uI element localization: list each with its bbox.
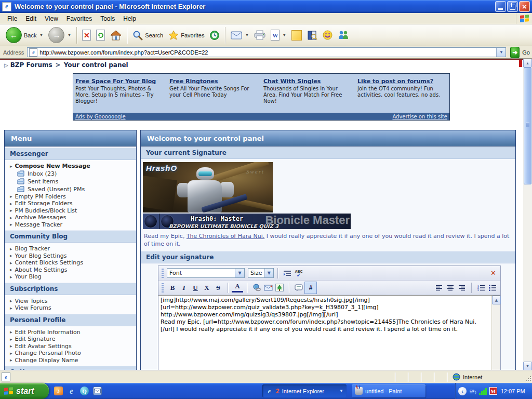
research-button[interactable] — [304, 29, 320, 42]
menu-view[interactable]: View — [41, 14, 62, 23]
toolbar-drag-handle[interactable] — [162, 283, 164, 292]
edit-with-word-button[interactable]: W ▼ — [268, 28, 289, 42]
quiz-banner-image[interactable]: Bionicle Master Hrash0: Master BZPOWER U… — [143, 214, 351, 229]
address-input[interactable]: e http://www.bzpower.com/forum/index.php… — [27, 47, 506, 57]
ad-title-link[interactable]: Free Space For Your Blog — [75, 78, 156, 85]
font-select[interactable]: Font ▼ — [167, 268, 245, 278]
go-button[interactable]: ➜ — [510, 47, 520, 58]
sidebar-item-message-tracker[interactable]: ▸Message Tracker — [5, 221, 136, 229]
sidebar-item-edit-profile-information[interactable]: ▸Edit Profile Information — [5, 329, 136, 336]
msn-messenger-button[interactable] — [335, 29, 352, 42]
sidebar-item-view-topics[interactable]: ▸View Topics — [5, 298, 136, 305]
quicktime-icon[interactable]: Q — [80, 387, 89, 395]
mail-dropdown-icon[interactable]: ▼ — [245, 33, 249, 37]
font-color-button[interactable]: A — [232, 282, 243, 292]
tray-collapse-icon[interactable]: ‹ — [458, 387, 467, 395]
sidebar-item-content-blocks-settings[interactable]: ▸Content Blocks Settings — [5, 259, 136, 267]
underline-button[interactable]: U — [190, 282, 201, 294]
scroll-up-icon[interactable]: ▲ — [492, 296, 501, 304]
align-left-button[interactable] — [433, 282, 445, 294]
antivirus-icon[interactable]: M — [489, 387, 497, 395]
favorites-button[interactable]: Favorites — [166, 29, 207, 42]
history-button[interactable] — [207, 29, 222, 42]
minimize-button[interactable] — [495, 1, 506, 12]
sidebar-item-blog-tracker[interactable]: ▸Blog Tracker — [5, 245, 136, 252]
mail-button[interactable]: ▼ — [228, 30, 251, 41]
align-center-button[interactable] — [445, 282, 456, 294]
sidebar-item-inbox[interactable]: Inbox (23) — [5, 170, 136, 178]
menu-help[interactable]: Help — [119, 14, 140, 23]
scroll-down-icon[interactable]: ▼ — [523, 362, 532, 370]
insert-image-button[interactable] — [274, 282, 285, 294]
menu-file[interactable]: File — [3, 14, 21, 23]
bold-button[interactable]: B — [167, 282, 178, 294]
align-right-button[interactable] — [456, 282, 468, 294]
sidebar-item-empty-pm-folders[interactable]: ▸Empty PM Folders — [5, 193, 136, 201]
size-select[interactable]: Size ▼ — [248, 268, 274, 278]
resize-grip[interactable] — [525, 375, 531, 382]
menu-edit[interactable]: Edit — [21, 14, 41, 23]
italic-button[interactable]: I — [178, 282, 190, 294]
task-internet-explorer[interactable]: e 2 Internet Explorer ▼ — [262, 384, 347, 397]
signature-editor-textarea[interactable]: [img]http://www.maj.com/gallery/Swert109… — [158, 296, 485, 370]
sidebar-item-change-display-name[interactable]: ▸Change Display Name — [5, 357, 136, 364]
network-signal-icon[interactable] — [479, 388, 487, 395]
insert-email-button[interactable] — [262, 282, 274, 294]
spellcheck-button[interactable]: ABC✓ — [293, 268, 304, 279]
volume-icon[interactable]: 🖳) — [469, 388, 476, 394]
back-dropdown-icon[interactable]: ▼ — [39, 33, 43, 37]
sidebar-item-view-forums[interactable]: ▸View Forums — [5, 304, 136, 312]
close-button[interactable]: × — [519, 1, 530, 12]
sidebar-item-saved-pms[interactable]: Saved (Unsent) PMs — [5, 185, 136, 193]
toolbar-drag-handle[interactable] — [162, 269, 164, 278]
media-player-icon[interactable]: ♪ — [54, 387, 63, 395]
yahoo-messenger-button[interactable] — [320, 29, 335, 42]
advertise-link[interactable]: Advertise on this site — [392, 114, 447, 119]
insert-link-button[interactable] — [251, 282, 262, 294]
insert-code-button[interactable]: # — [304, 282, 317, 294]
forward-button[interactable]: → ▼ — [46, 25, 74, 45]
sidebar-item-compose-new-message[interactable]: ▸Compose New Message — [5, 163, 136, 170]
edit-dropdown-icon[interactable]: ▼ — [282, 33, 286, 37]
refresh-button[interactable] — [94, 28, 108, 42]
task-paint[interactable]: untitled - Paint — [352, 384, 425, 397]
sidebar-item-edit-storage-folders[interactable]: ▸Edit Storage Folders — [5, 200, 136, 207]
back-button[interactable]: ← Back ▼ — [3, 25, 46, 45]
ads-by-google-link[interactable]: Ads by Goooooogle — [75, 114, 126, 119]
remove-format-button[interactable]: X — [201, 282, 212, 294]
textarea-scrollbar[interactable]: ▲ — [491, 296, 500, 370]
epic-link[interactable]: The Chronicles of Hara Nui. — [187, 233, 264, 240]
stop-button[interactable]: ✕ — [79, 28, 94, 42]
insert-quote-button[interactable] — [293, 282, 304, 294]
editor-close-icon[interactable]: ✕ — [490, 269, 498, 277]
sidebar-item-edit-avatar-settings[interactable]: ▸Edit Avatar Settings — [5, 343, 136, 350]
breadcrumb-root-link[interactable]: BZP Forums — [10, 61, 52, 69]
ad-title-link[interactable]: Like to post on forums? — [357, 78, 433, 85]
menu-favorites[interactable]: Favorites — [62, 14, 96, 23]
strikethrough-button[interactable]: S — [212, 282, 224, 294]
bullet-list-button[interactable] — [487, 282, 498, 294]
ad-title-link[interactable]: Free Ringtones — [169, 78, 218, 85]
numbered-list-button[interactable]: 123 — [475, 282, 487, 294]
sidebar-item-about-me-settings[interactable]: ▸About Me Settings — [5, 267, 136, 274]
ad-title-link[interactable]: Chat With Singles — [263, 78, 321, 85]
scrollbar-thumb[interactable] — [524, 68, 531, 184]
menu-tools[interactable]: Tools — [96, 14, 119, 23]
sidebar-item-archive-messages[interactable]: ▸Archive Messages — [5, 214, 136, 221]
address-dropdown-icon[interactable]: ▼ — [496, 48, 506, 57]
indent-button[interactable] — [282, 268, 293, 279]
sidebar-item-your-blog[interactable]: ▸Your Blog — [5, 273, 136, 281]
mail-quicklaunch-icon[interactable] — [93, 387, 102, 395]
sidebar-item-pm-buddies[interactable]: ▸PM Buddies/Block List — [5, 207, 136, 215]
page-scrollbar[interactable]: ▲ ▼ — [523, 59, 532, 370]
scroll-up-icon[interactable]: ▲ — [523, 59, 532, 68]
sidebar-item-edit-signature[interactable]: ▸Edit Signature — [5, 336, 136, 343]
sidebar-item-sent-items[interactable]: Sent Items — [5, 178, 136, 185]
forward-dropdown-icon[interactable]: ▼ — [67, 33, 71, 37]
sidebar-item-your-blog-settings[interactable]: ▸Your Blog Settings — [5, 252, 136, 260]
home-button[interactable] — [108, 29, 124, 42]
restore-button[interactable] — [507, 1, 518, 12]
internet-explorer-icon[interactable]: e — [67, 387, 76, 395]
notes-button[interactable] — [289, 29, 304, 42]
sidebar-item-change-personal-photo[interactable]: ▸Change Personal Photo — [5, 350, 136, 357]
